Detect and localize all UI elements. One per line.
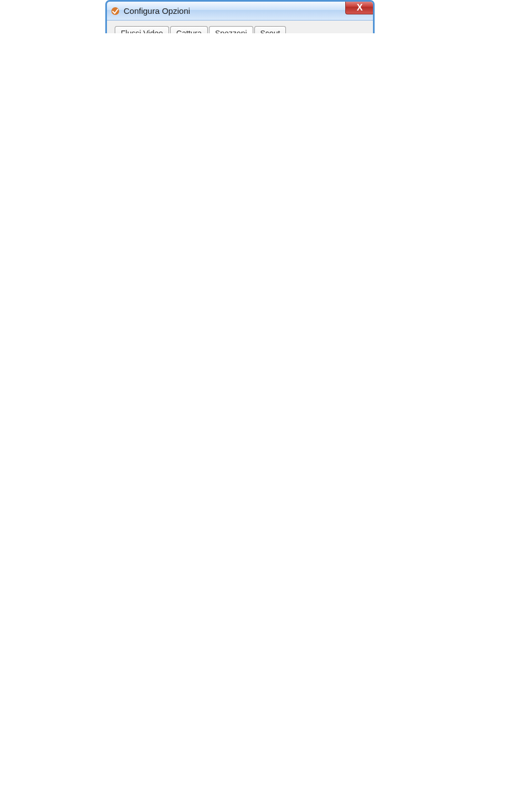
dialog-window: Configura Opzioni X Flussi Video Cattura… bbox=[105, 0, 375, 33]
tabs: Flussi Video Cattura Spezzoni Scout bbox=[112, 26, 367, 33]
titlebar: Configura Opzioni X bbox=[107, 2, 373, 21]
close-button[interactable]: X bbox=[345, 1, 374, 14]
app-icon bbox=[110, 6, 120, 16]
tab-scout[interactable]: Scout bbox=[254, 26, 287, 33]
tab-cattura[interactable]: Cattura bbox=[170, 26, 208, 33]
dialog-body: Flussi Video Cattura Spezzoni Scout Cart… bbox=[107, 21, 373, 33]
tab-spezzoni[interactable]: Spezzoni bbox=[209, 26, 253, 33]
tab-flussi-video[interactable]: Flussi Video bbox=[115, 26, 169, 33]
dialog-title: Configura Opzioni bbox=[124, 6, 370, 16]
configura-opzioni-figure: Configura Opzioni X Flussi Video Cattura… bbox=[105, 0, 375, 33]
close-icon: X bbox=[357, 3, 363, 13]
